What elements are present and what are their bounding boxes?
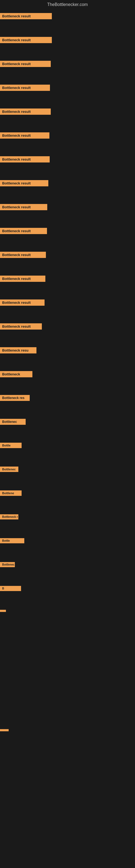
list-item: Bottle xyxy=(0,535,135,559)
list-item: B xyxy=(0,583,135,607)
list-item: Bottleneck res xyxy=(0,392,135,416)
list-item: Bottleneck r xyxy=(0,512,135,535)
bottleneck-label xyxy=(0,729,9,731)
bottleneck-label: Bottlenec xyxy=(0,467,18,472)
bottleneck-label: Bottleneck xyxy=(0,371,32,377)
bottleneck-label: Bottleneck resu xyxy=(0,347,37,353)
list-item: Bottleneck result xyxy=(0,249,135,273)
list-item: Bottleneck result xyxy=(0,130,135,154)
list-item xyxy=(0,750,135,774)
list-item: Bottleneck result xyxy=(0,58,135,82)
site-title: TheBottlenecker.com xyxy=(0,0,135,10)
list-item: Bottleneck result xyxy=(0,273,135,297)
list-item xyxy=(0,679,135,703)
list-item: Bottlenec xyxy=(0,416,135,440)
bottleneck-label: Bottleneck result xyxy=(0,276,45,282)
bottleneck-label: Bottlenec xyxy=(0,419,26,425)
list-item xyxy=(0,798,135,822)
bottleneck-label: Bottleneck res xyxy=(0,395,30,401)
list-item: Bottleneck resu xyxy=(0,344,135,368)
list-item: Bottlene xyxy=(0,488,135,512)
list-item: Bo xyxy=(0,703,135,726)
bottleneck-label: Bottleneck result xyxy=(0,204,47,210)
list-item: Bottleneck result xyxy=(0,34,135,58)
list-item: Bottleneck result xyxy=(0,201,135,225)
list-item: Bottleneck result xyxy=(0,321,135,344)
list-item: Bottleneck result xyxy=(0,225,135,249)
list-item xyxy=(0,655,135,679)
list-item: Bottleneck result xyxy=(0,10,135,34)
items-container: Bottleneck resultBottleneck resultBottle… xyxy=(0,10,135,822)
bottleneck-label: Bottleneck result xyxy=(0,85,50,91)
bottleneck-label: Bottleneck result xyxy=(0,156,50,162)
bottleneck-label: Bottleneck result xyxy=(0,108,51,115)
bottleneck-label: Bottleneck result xyxy=(0,37,52,43)
list-item: Bottlenec xyxy=(0,559,135,583)
list-item xyxy=(0,726,135,750)
bottleneck-label: Bottlenec xyxy=(0,562,15,567)
bottleneck-label: Bottleneck result xyxy=(0,61,51,67)
bottleneck-label: Bottleneck result xyxy=(0,13,52,19)
bottleneck-label: B xyxy=(0,586,21,591)
list-item: Bottleneck result xyxy=(0,106,135,130)
bottleneck-label: Bottleneck result xyxy=(0,132,49,138)
list-item xyxy=(0,631,135,655)
bottleneck-label: Bottle xyxy=(0,538,24,543)
list-item: Bottleneck result xyxy=(0,297,135,321)
bottleneck-label: Bottleneck result xyxy=(0,180,48,186)
bottleneck-label: Bottle xyxy=(0,443,21,448)
list-item xyxy=(0,607,135,631)
list-item xyxy=(0,774,135,798)
bottleneck-label xyxy=(0,610,6,612)
bottleneck-label: Bottleneck result xyxy=(0,323,42,330)
bottleneck-label: Bottleneck result xyxy=(0,300,45,306)
bottleneck-label: Bottlene xyxy=(0,490,21,496)
bottleneck-label: Bottleneck result xyxy=(0,228,47,234)
list-item: Bottleneck result xyxy=(0,82,135,106)
bottleneck-label: Bottleneck r xyxy=(0,514,18,520)
bottleneck-label: Bottleneck result xyxy=(0,252,46,258)
list-item: Bottleneck xyxy=(0,368,135,392)
list-item: Bottle xyxy=(0,440,135,464)
list-item: Bottleneck result xyxy=(0,154,135,177)
list-item: Bottleneck result xyxy=(0,177,135,201)
list-item: Bottlenec xyxy=(0,464,135,488)
